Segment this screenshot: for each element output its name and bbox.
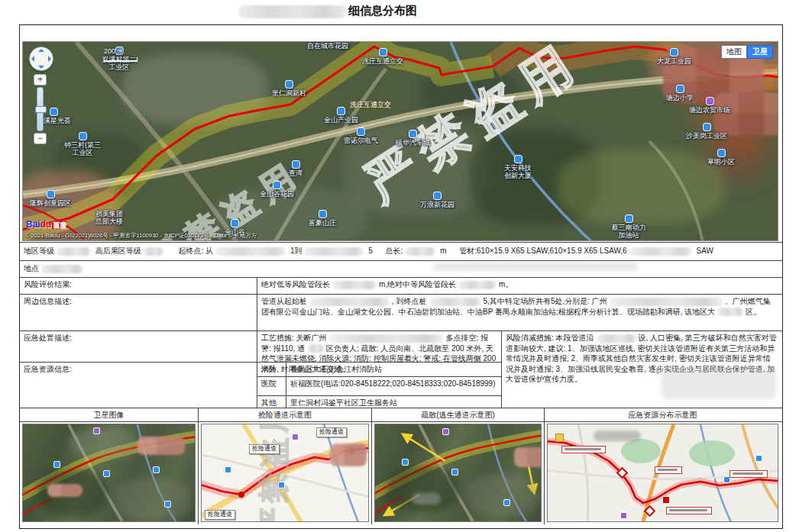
page-title: 细信息分布图 (348, 4, 417, 18)
map-callout-box (666, 507, 712, 514)
map-label: 蔡三南动力加油站 (610, 214, 648, 239)
poi-marker-icon (703, 123, 711, 131)
station-marker-icon (662, 496, 670, 504)
redacted-map-area (47, 484, 82, 497)
pipe-material-label: 管材:610×15.9 X65 LSAW,610×15.9 X65 LSAW,6 (459, 247, 626, 255)
redacted-text (629, 247, 692, 256)
resource-type: 消防 (257, 363, 286, 376)
poi-marker-icon (717, 149, 726, 157)
map-label: 天安科技创新大厦 (501, 155, 535, 179)
poi-marker-icon (273, 181, 281, 189)
map-scale: 200 米 (104, 47, 137, 62)
mitigation-cell: 风险消减措施: 本段管道沿设, 人口密集, 第三方破坏和自然灾害对管道影响较大,… (501, 331, 781, 408)
poi-marker-icon (231, 219, 239, 227)
map-pan-control[interactable] (29, 47, 53, 71)
redacted-text (332, 281, 377, 289)
redacted-text (144, 247, 163, 256)
redacted-text (429, 298, 481, 306)
evacuation-map (374, 424, 542, 522)
info-table: 地区等级 高后果区等级 起终点: 从 1到 5 总长: m 管材:610×15.… (20, 242, 782, 524)
start-end-mid: 1到 (290, 247, 302, 255)
panel-header-resources: 应急资源分布示意图 (544, 408, 781, 421)
map-label: 大龙工业园 (657, 48, 691, 65)
poi-marker-icon (357, 127, 365, 136)
poi-marker-icon (433, 192, 442, 200)
table-row-emergency-block: 应急处置描述: 工艺措施: 关断广州多点排空; 报警: 报110, 通区负责人;… (20, 330, 782, 408)
redacted-text (329, 334, 444, 343)
poi-marker-icon (409, 130, 417, 138)
panel-rescue-route: 严禁盗用 抢险通道 抢险通道 抢险通道 (198, 422, 371, 524)
map-mode-button[interactable]: 地图 (721, 45, 747, 59)
redacted-text (610, 298, 723, 306)
panel-satellite-image (20, 422, 198, 524)
poi-marker-icon (514, 155, 522, 163)
report-page: { "title": { "visible_suffix": "细信息分布图" … (0, 0, 799, 532)
zoom-slider[interactable] (37, 87, 44, 131)
redacted-map-area (137, 437, 185, 455)
surroundings-text: 管道从起始桩 (261, 297, 307, 305)
map-label: 钟三村(第三工业区 (61, 132, 104, 156)
rescue-channel-label: 抢险通道 (316, 427, 347, 437)
table-row-grades: 地区等级 高后果区等级 起终点: 从 1到 5 总长: m 管材:610×15.… (20, 242, 782, 260)
map-zoom-control[interactable]: + − (34, 74, 47, 144)
report-document: 严禁盗用 严禁盗用 汉溪村第二工业区 汉溪星光荟 钟三村(第三工业区 自在城市花… (19, 24, 783, 529)
zoom-in-button[interactable]: + (34, 74, 47, 85)
emergency-label: 应急处置描述: (20, 331, 257, 362)
redacted-map-area (594, 430, 641, 441)
poi-marker-icon (379, 48, 387, 56)
panel-maps: 严禁盗用 抢险通道 抢险通道 抢险通道 (20, 421, 782, 524)
panel-resource-distribution (544, 422, 781, 524)
risk-text: 绝对低等风险管段长 (261, 280, 330, 289)
poi-marker-icon (292, 160, 300, 169)
map-type-switch: 地图 卫星 (721, 45, 773, 59)
hca-grade-label: 高后果区等级 (95, 247, 141, 255)
emergency-text: 工艺措施: 关断广州 (261, 334, 327, 342)
poi-marker-icon (337, 107, 345, 115)
total-length-label: 总长: (386, 247, 403, 255)
surroundings-text: 区。 (746, 308, 761, 316)
zoom-out-button[interactable]: − (34, 133, 47, 144)
redacted-text (304, 247, 364, 256)
map-label: 里仁洞新村 (272, 80, 306, 97)
map-callout-box (561, 446, 606, 453)
map-label: 金山谷花园 (260, 181, 294, 198)
resource-value: 里仁洞村冯鉴平社区卫生服务站 (286, 396, 502, 408)
rescue-channel-label: 抢险通道 (249, 444, 280, 454)
satellite-mode-button[interactable]: 卫星 (747, 45, 773, 59)
poi-marker-icon (50, 108, 58, 116)
redacted-text (458, 281, 497, 289)
panel-header-satellite: 卫星图像 (20, 408, 198, 421)
map-label: 沙美岗工业区 (686, 123, 727, 140)
resources-label: 应急资源信息: (20, 363, 257, 408)
risk-text: m,绝对中等风险管段长 (379, 280, 456, 289)
panel-evacuation-route (371, 422, 544, 524)
map-label: 金山产业园 (324, 107, 358, 124)
redacted-text (309, 298, 390, 306)
resource-type: 医院 (257, 377, 286, 395)
area-grade-label: 地区等级 (24, 247, 54, 255)
page-title-bar: 细信息分布图 (0, 0, 799, 24)
surroundings-text: , 到终点桩 (392, 297, 427, 305)
poi-marker-icon (47, 190, 55, 198)
poi-marker-icon (319, 210, 327, 218)
map-label: 自在城市花园 (307, 42, 348, 50)
redacted-text (41, 265, 83, 273)
panel-header-rescue: 抢险通道示意图 (198, 408, 371, 421)
redacted-text (717, 308, 743, 316)
zoom-slider-handle[interactable] (35, 106, 47, 113)
map-label: 草明小区 (707, 149, 735, 166)
resource-value: 祈福医院(电话:020-84518222;020-84518333;020-84… (286, 377, 502, 395)
rescue-channel-label: 抢险通道 (205, 510, 235, 520)
map-label: 雷诺尔电气 (344, 127, 378, 144)
poi-marker-icon (706, 97, 714, 105)
poi-marker-icon (285, 80, 293, 89)
table-row-surroundings: 周边信息描述: 管道从起始桩, 到终点桩5,其中特定场所共有5处,分别是: 广州… (20, 294, 782, 330)
redacted-text (405, 247, 435, 256)
station-marker-icon (555, 434, 564, 442)
resource-value: 番禺区大石街会江村消防站 (286, 363, 502, 376)
start-end-suffix: 5 (368, 247, 373, 255)
poi-marker-icon (625, 214, 633, 223)
main-satellite-map[interactable]: 严禁盗用 严禁盗用 汉溪村第二工业区 汉溪星光荟 钟三村(第三工业区 自在城市花… (22, 41, 778, 241)
map-callout-box (729, 470, 768, 478)
poi-marker-icon (670, 48, 678, 56)
